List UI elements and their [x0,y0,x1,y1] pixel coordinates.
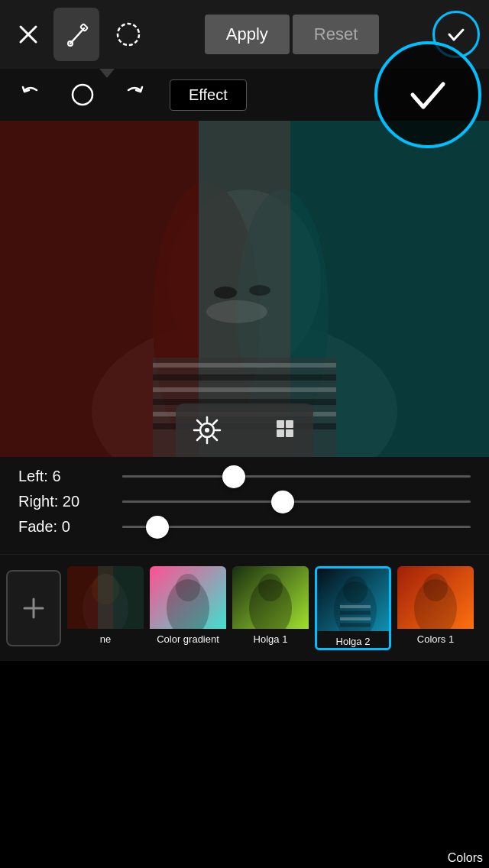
svg-point-25 [205,428,209,432]
mask-button[interactable] [66,78,99,112]
right-slider-thumb[interactable] [271,491,294,513]
colors-section-label: Colors [442,848,489,868]
svg-line-30 [197,420,201,424]
preset-label-color-gradient: Color gradient [150,629,226,650]
left-slider-fill [122,475,234,478]
settings-overlay [176,403,313,457]
svg-rect-36 [277,429,284,437]
right-slider-label: Right: 20 [18,493,110,510]
add-preset-button[interactable] [6,570,61,646]
apply-button[interactable]: Apply [205,15,290,54]
svg-rect-35 [286,420,293,428]
main-image-canvas[interactable] [0,121,489,457]
preset-thumb-none [67,566,144,629]
right-slider-track[interactable] [122,500,471,503]
svg-point-6 [73,85,92,105]
preset-label-holga1: Holga 1 [232,629,309,650]
fade-slider-track[interactable] [122,526,471,528]
preset-item-colors1[interactable]: Colors 1 [397,566,474,650]
left-slider-row: Left: 6 [18,468,471,485]
svg-rect-34 [277,420,284,428]
svg-rect-44 [98,566,144,629]
left-slider-track[interactable] [122,475,471,478]
preset-label-colors1: Colors 1 [397,629,474,650]
brush-button[interactable] [53,8,99,61]
right-slider-row: Right: 20 [18,493,471,510]
secondary-toolbar: Effect [0,69,489,121]
reset-button[interactable]: Reset [293,15,379,54]
svg-point-46 [176,574,200,601]
right-slider-fill [122,500,283,503]
preset-item-color-gradient[interactable]: Color gradient [150,566,226,650]
svg-point-57 [423,574,448,601]
sliders-panel: Left: 6 Right: 20 Fade: 0 [0,457,489,554]
svg-point-22 [214,287,237,299]
preset-thumb-colors1 [397,566,474,629]
svg-point-23 [249,285,270,296]
preset-thumb-color-gradient [150,566,226,629]
svg-point-50 [343,576,368,604]
fade-slider-thumb[interactable] [146,516,169,539]
preset-thumb-holga1 [232,566,309,629]
svg-line-33 [197,436,201,440]
redo-button[interactable] [118,78,151,112]
left-slider-thumb[interactable] [222,465,245,488]
svg-line-31 [213,436,217,440]
preset-item-holga1[interactable]: Holga 1 [232,566,309,650]
undo-button[interactable] [14,78,47,112]
toolbar-center: Apply Reset [205,15,380,54]
fade-slider-row: Fade: 0 [18,518,471,536]
svg-point-48 [258,574,283,601]
left-slider-label: Left: 6 [18,468,110,485]
close-button[interactable] [9,15,47,53]
filmstrip: ne Color gradient Holga 1 [0,554,489,661]
svg-point-5 [118,24,139,45]
svg-rect-37 [286,429,293,437]
preset-item-holga2[interactable]: Holga 2 [315,566,391,650]
svg-line-32 [213,420,217,424]
preset-item-none[interactable]: ne [67,566,144,650]
preset-label-none: ne [67,629,144,650]
effect-button[interactable]: Effect [170,79,247,111]
fade-slider-label: Fade: 0 [18,518,110,536]
active-indicator [99,69,115,78]
toolbar-left [9,8,151,61]
svg-line-2 [70,28,84,44]
preset-label-holga2: Holga 2 [317,631,389,650]
svg-point-21 [206,300,267,323]
preset-thumb-holga2 [317,568,389,631]
confirm-circle-large[interactable] [374,41,481,148]
circle-button[interactable] [105,8,151,61]
